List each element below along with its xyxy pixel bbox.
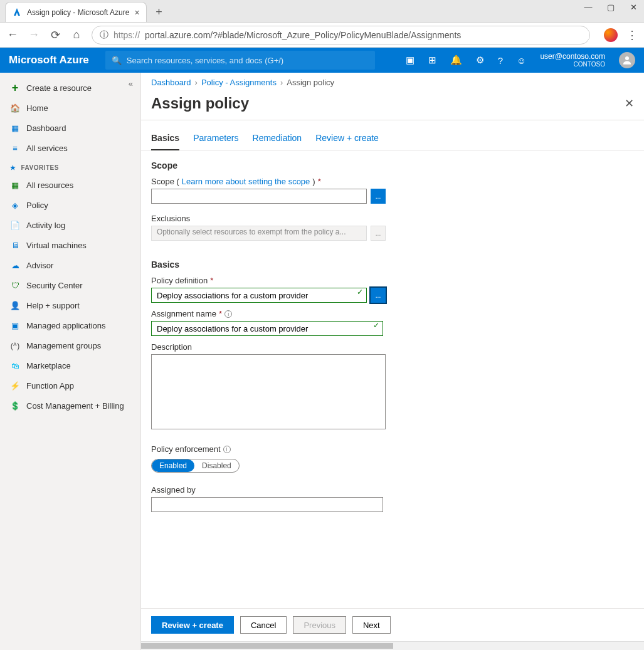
nav-virtual-machines[interactable]: 🖥Virtual machines	[0, 235, 140, 255]
policy-icon: ◈	[10, 200, 20, 210]
browser-profile-icon[interactable]	[604, 28, 618, 42]
tab-basics[interactable]: Basics	[151, 133, 179, 150]
exclusions-input[interactable]: Optionally select resources to exempt fr…	[151, 226, 367, 241]
info-icon[interactable]: i	[224, 310, 232, 318]
url-bar[interactable]: ⓘ https://portal.azure.com/?#blade/Micro…	[92, 26, 590, 45]
side-navigation: « + Create a resource 🏠 Home ▦ Dashboard…	[0, 73, 141, 650]
marketplace-icon: 🛍	[10, 360, 20, 370]
settings-icon[interactable]: ⚙	[476, 55, 484, 66]
breadcrumb-current: Assign policy	[287, 78, 334, 87]
new-tab-button[interactable]: +	[150, 3, 168, 21]
assignment-name-label: Assignment name * i	[151, 309, 634, 318]
checkmark-icon: ✓	[373, 321, 379, 330]
assigned-by-input[interactable]	[151, 497, 383, 512]
groups-icon: (ᴬ)	[10, 340, 20, 350]
toggle-enabled[interactable]: Enabled	[152, 459, 194, 472]
nav-policy[interactable]: ◈Policy	[0, 195, 140, 215]
nav-help-support[interactable]: 👤Help + support	[0, 295, 140, 315]
window-close-icon[interactable]: ✕	[628, 3, 639, 12]
nav-all-resources[interactable]: ▦All resources	[0, 175, 140, 195]
horizontal-scrollbar[interactable]	[141, 641, 644, 650]
apps-icon: ▣	[10, 320, 20, 330]
nav-function-app[interactable]: ⚡Function App	[0, 375, 140, 396]
tab-title: Assign policy - Microsoft Azure	[27, 8, 129, 17]
policy-definition-picker-button[interactable]: ...	[371, 288, 386, 303]
home-icon: 🏠	[10, 103, 20, 113]
directory-filter-icon[interactable]: ⊞	[428, 55, 436, 66]
scope-input[interactable]	[151, 189, 367, 204]
previous-button: Previous	[293, 616, 346, 634]
footer-actions: Review + create Cancel Previous Next	[141, 608, 644, 641]
function-icon: ⚡	[10, 380, 20, 391]
scope-section-title: Scope	[151, 160, 634, 170]
back-button[interactable]: ←	[6, 28, 19, 41]
azure-search-input[interactable]: 🔍 Search resources, services, and docs (…	[105, 51, 375, 70]
basics-section-title: Basics	[151, 259, 634, 270]
assigned-by-label: Assigned by	[151, 485, 634, 495]
nav-advisor[interactable]: ☁Advisor	[0, 255, 140, 275]
favorites-header: ★ FAVORITES	[0, 158, 140, 175]
toggle-disabled[interactable]: Disabled	[194, 459, 239, 472]
site-info-icon[interactable]: ⓘ	[100, 29, 108, 41]
nav-activity-log[interactable]: 📄Activity log	[0, 215, 140, 235]
nav-mgmt-groups[interactable]: (ᴬ)Management groups	[0, 335, 140, 355]
nav-cost-mgmt[interactable]: 💲Cost Management + Billing	[0, 396, 140, 416]
notifications-icon[interactable]: 🔔	[450, 55, 462, 66]
home-button[interactable]: ⌂	[70, 28, 83, 41]
cloud-shell-icon[interactable]: ▣	[406, 55, 414, 66]
close-blade-icon[interactable]: ✕	[625, 97, 634, 110]
scope-picker-button[interactable]: ...	[371, 189, 386, 204]
feedback-icon[interactable]: ☺	[517, 55, 526, 66]
next-button[interactable]: Next	[352, 616, 391, 634]
tab-review-create[interactable]: Review + create	[315, 133, 379, 150]
azure-logo[interactable]: Microsoft Azure	[9, 54, 89, 66]
forward-button[interactable]: →	[28, 28, 40, 41]
required-indicator: *	[219, 309, 222, 318]
advisor-icon: ☁	[10, 260, 20, 270]
star-icon: ★	[10, 164, 16, 171]
tab-parameters[interactable]: Parameters	[193, 133, 238, 150]
cancel-button[interactable]: Cancel	[240, 616, 287, 634]
breadcrumb-policy-assignments[interactable]: Policy - Assignments	[201, 78, 277, 87]
policy-definition-input[interactable]	[151, 288, 367, 303]
browser-menu-icon[interactable]: ⋮	[626, 28, 638, 42]
nav-dashboard[interactable]: ▦ Dashboard	[0, 118, 140, 138]
reload-button[interactable]: ⟳	[49, 28, 61, 42]
enforcement-toggle[interactable]: Enabled Disabled	[151, 459, 240, 473]
browser-tab[interactable]: Assign policy - Microsoft Azure ×	[5, 2, 147, 22]
chevron-right-icon: ›	[280, 78, 283, 87]
nav-home[interactable]: 🏠 Home	[0, 98, 140, 118]
user-account[interactable]: user@contoso.com CONTOSO	[540, 53, 605, 68]
url-path: portal.azure.com/?#blade/Microsoft_Azure…	[145, 30, 461, 40]
breadcrumb-dashboard[interactable]: Dashboard	[151, 78, 191, 87]
tab-close-icon[interactable]: ×	[134, 8, 139, 18]
browser-toolbar: ← → ⟳ ⌂ ⓘ https://portal.azure.com/?#bla…	[0, 23, 644, 48]
help-icon[interactable]: ?	[498, 55, 503, 66]
description-textarea[interactable]	[151, 354, 386, 429]
exclusions-label: Exclusions	[151, 214, 634, 223]
review-create-button[interactable]: Review + create	[151, 616, 234, 634]
cost-icon: 💲	[10, 401, 20, 411]
tab-remediation[interactable]: Remediation	[253, 133, 302, 150]
description-label: Description	[151, 342, 634, 352]
dashboard-icon: ▦	[10, 123, 20, 133]
nav-security-center[interactable]: 🛡Security Center	[0, 275, 140, 295]
scope-label: Scope (Learn more about setting the scop…	[151, 177, 634, 186]
window-maximize-icon[interactable]: ▢	[605, 3, 616, 12]
user-avatar-icon[interactable]	[619, 52, 635, 68]
window-minimize-icon[interactable]: —	[583, 3, 594, 12]
nav-all-services[interactable]: ≡ All services	[0, 138, 140, 158]
nav-create-resource[interactable]: + Create a resource	[0, 78, 140, 98]
exclusions-picker-button[interactable]: ...	[371, 226, 386, 241]
info-icon[interactable]: i	[223, 446, 231, 453]
log-icon: 📄	[10, 220, 20, 230]
assignment-name-input[interactable]	[151, 321, 383, 336]
checkmark-icon: ✓	[357, 288, 363, 296]
collapse-nav-icon[interactable]: «	[129, 79, 133, 88]
shield-icon: 🛡	[10, 280, 20, 290]
search-placeholder: Search resources, services, and docs (G+…	[127, 56, 283, 65]
scope-learn-more-link[interactable]: Learn more about setting the scope	[182, 177, 310, 186]
breadcrumb: Dashboard › Policy - Assignments › Assig…	[141, 73, 644, 92]
nav-marketplace[interactable]: 🛍Marketplace	[0, 355, 140, 375]
nav-managed-apps[interactable]: ▣Managed applications	[0, 315, 140, 335]
